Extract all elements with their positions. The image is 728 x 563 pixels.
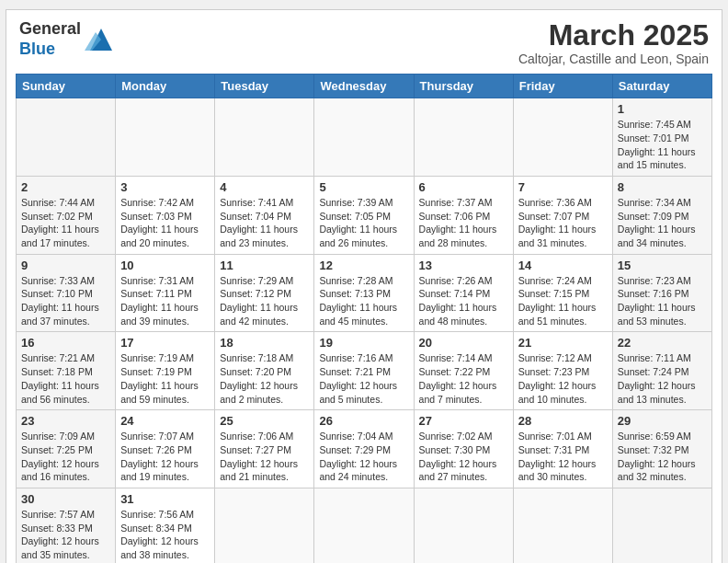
day-info: Sunrise: 7:56 AM Sunset: 8:34 PM Dayligh… bbox=[120, 508, 210, 562]
day-info: Sunrise: 7:07 AM Sunset: 7:26 PM Dayligh… bbox=[120, 430, 210, 484]
day-cell: 25Sunrise: 7:06 AM Sunset: 7:27 PM Dayli… bbox=[215, 410, 314, 488]
week-row-1: 1Sunrise: 7:45 AM Sunset: 7:01 PM Daylig… bbox=[17, 98, 712, 177]
weekday-monday: Monday bbox=[116, 75, 215, 98]
day-info: Sunrise: 7:31 AM Sunset: 7:11 PM Dayligh… bbox=[120, 274, 210, 328]
day-number: 25 bbox=[220, 414, 309, 428]
day-cell: 27Sunrise: 7:02 AM Sunset: 7:30 PM Dayli… bbox=[414, 410, 513, 488]
week-row-2: 2Sunrise: 7:44 AM Sunset: 7:02 PM Daylig… bbox=[17, 176, 712, 254]
day-number: 6 bbox=[419, 180, 508, 194]
day-info: Sunrise: 7:41 AM Sunset: 7:04 PM Dayligh… bbox=[220, 196, 309, 250]
day-cell: 10Sunrise: 7:31 AM Sunset: 7:11 PM Dayli… bbox=[116, 254, 215, 332]
day-number: 7 bbox=[518, 180, 608, 194]
day-number: 19 bbox=[319, 336, 408, 350]
day-number: 4 bbox=[220, 180, 309, 194]
day-cell bbox=[116, 98, 215, 177]
day-info: Sunrise: 7:42 AM Sunset: 7:03 PM Dayligh… bbox=[120, 196, 210, 250]
day-number: 13 bbox=[419, 259, 508, 272]
day-cell: 21Sunrise: 7:12 AM Sunset: 7:23 PM Dayli… bbox=[513, 332, 612, 410]
logo: General Blue bbox=[19, 19, 118, 59]
day-cell: 1Sunrise: 7:45 AM Sunset: 7:01 PM Daylig… bbox=[612, 98, 711, 177]
day-number: 26 bbox=[319, 414, 408, 428]
day-info: Sunrise: 7:21 AM Sunset: 7:18 PM Dayligh… bbox=[21, 351, 110, 406]
day-info: Sunrise: 7:26 AM Sunset: 7:14 PM Dayligh… bbox=[419, 274, 508, 328]
day-info: Sunrise: 7:34 AM Sunset: 7:09 PM Dayligh… bbox=[618, 196, 707, 250]
day-number: 17 bbox=[120, 336, 210, 350]
day-cell: 24Sunrise: 7:07 AM Sunset: 7:26 PM Dayli… bbox=[116, 410, 215, 488]
day-number: 15 bbox=[618, 259, 707, 272]
weekday-tuesday: Tuesday bbox=[215, 75, 314, 98]
day-number: 28 bbox=[518, 414, 608, 428]
day-cell bbox=[314, 488, 414, 563]
month-year: March 2025 bbox=[518, 19, 709, 52]
day-info: Sunrise: 7:18 AM Sunset: 7:20 PM Dayligh… bbox=[220, 351, 309, 406]
day-cell: 8Sunrise: 7:34 AM Sunset: 7:09 PM Daylig… bbox=[612, 176, 711, 254]
calendar-container: General Blue March 2025 Caltojar, Castil… bbox=[6, 9, 722, 563]
day-number: 20 bbox=[419, 336, 508, 350]
day-number: 21 bbox=[518, 336, 608, 350]
day-cell: 14Sunrise: 7:24 AM Sunset: 7:15 PM Dayli… bbox=[513, 254, 612, 332]
day-cell: 18Sunrise: 7:18 AM Sunset: 7:20 PM Dayli… bbox=[215, 332, 314, 410]
day-info: Sunrise: 7:44 AM Sunset: 7:02 PM Dayligh… bbox=[21, 196, 110, 250]
day-info: Sunrise: 7:23 AM Sunset: 7:16 PM Dayligh… bbox=[618, 274, 707, 328]
day-number: 29 bbox=[618, 414, 707, 428]
day-info: Sunrise: 7:02 AM Sunset: 7:30 PM Dayligh… bbox=[419, 430, 508, 484]
day-cell: 4Sunrise: 7:41 AM Sunset: 7:04 PM Daylig… bbox=[215, 176, 314, 254]
day-info: Sunrise: 7:14 AM Sunset: 7:22 PM Dayligh… bbox=[419, 351, 508, 406]
day-cell: 20Sunrise: 7:14 AM Sunset: 7:22 PM Dayli… bbox=[414, 332, 513, 410]
day-number: 22 bbox=[618, 336, 707, 350]
day-number: 9 bbox=[21, 259, 110, 272]
week-row-6: 30Sunrise: 7:57 AM Sunset: 8:33 PM Dayli… bbox=[17, 488, 712, 563]
day-cell: 30Sunrise: 7:57 AM Sunset: 8:33 PM Dayli… bbox=[17, 488, 116, 563]
day-cell: 26Sunrise: 7:04 AM Sunset: 7:29 PM Dayli… bbox=[314, 410, 414, 488]
day-number: 30 bbox=[21, 492, 110, 506]
day-cell: 15Sunrise: 7:23 AM Sunset: 7:16 PM Dayli… bbox=[612, 254, 711, 332]
day-info: Sunrise: 6:59 AM Sunset: 7:32 PM Dayligh… bbox=[618, 430, 707, 484]
day-info: Sunrise: 7:29 AM Sunset: 7:12 PM Dayligh… bbox=[220, 274, 309, 328]
day-cell: 17Sunrise: 7:19 AM Sunset: 7:19 PM Dayli… bbox=[116, 332, 215, 410]
day-number: 23 bbox=[21, 414, 110, 428]
week-row-5: 23Sunrise: 7:09 AM Sunset: 7:25 PM Dayli… bbox=[17, 410, 712, 488]
day-number: 12 bbox=[319, 259, 408, 272]
day-info: Sunrise: 7:12 AM Sunset: 7:23 PM Dayligh… bbox=[518, 351, 608, 406]
day-cell bbox=[612, 488, 711, 563]
day-info: Sunrise: 7:04 AM Sunset: 7:29 PM Dayligh… bbox=[319, 430, 408, 484]
day-info: Sunrise: 7:01 AM Sunset: 7:31 PM Dayligh… bbox=[518, 430, 608, 484]
day-info: Sunrise: 7:39 AM Sunset: 7:05 PM Dayligh… bbox=[319, 196, 408, 250]
day-cell: 9Sunrise: 7:33 AM Sunset: 7:10 PM Daylig… bbox=[17, 254, 116, 332]
day-info: Sunrise: 7:24 AM Sunset: 7:15 PM Dayligh… bbox=[518, 274, 608, 328]
day-cell: 31Sunrise: 7:56 AM Sunset: 8:34 PM Dayli… bbox=[116, 488, 215, 563]
weekday-thursday: Thursday bbox=[414, 75, 513, 98]
day-number: 18 bbox=[220, 336, 309, 350]
day-cell bbox=[314, 98, 414, 177]
day-cell: 29Sunrise: 6:59 AM Sunset: 7:32 PM Dayli… bbox=[612, 410, 711, 488]
day-number: 11 bbox=[220, 259, 309, 272]
day-number: 3 bbox=[120, 180, 210, 194]
day-info: Sunrise: 7:36 AM Sunset: 7:07 PM Dayligh… bbox=[518, 196, 608, 250]
day-cell bbox=[215, 98, 314, 177]
day-cell: 22Sunrise: 7:11 AM Sunset: 7:24 PM Dayli… bbox=[612, 332, 711, 410]
day-cell bbox=[414, 98, 513, 177]
day-info: Sunrise: 7:06 AM Sunset: 7:27 PM Dayligh… bbox=[220, 430, 309, 484]
day-cell: 12Sunrise: 7:28 AM Sunset: 7:13 PM Dayli… bbox=[314, 254, 414, 332]
weekday-header-row: SundayMondayTuesdayWednesdayThursdayFrid… bbox=[17, 75, 712, 98]
weekday-friday: Friday bbox=[513, 75, 612, 98]
day-info: Sunrise: 7:33 AM Sunset: 7:10 PM Dayligh… bbox=[21, 274, 110, 328]
weekday-wednesday: Wednesday bbox=[314, 75, 414, 98]
logo-text: General Blue bbox=[19, 19, 81, 59]
day-cell: 6Sunrise: 7:37 AM Sunset: 7:06 PM Daylig… bbox=[414, 176, 513, 254]
day-cell: 3Sunrise: 7:42 AM Sunset: 7:03 PM Daylig… bbox=[116, 176, 215, 254]
week-row-3: 9Sunrise: 7:33 AM Sunset: 7:10 PM Daylig… bbox=[17, 254, 712, 332]
week-row-4: 16Sunrise: 7:21 AM Sunset: 7:18 PM Dayli… bbox=[17, 332, 712, 410]
weekday-sunday: Sunday bbox=[17, 75, 116, 98]
day-number: 14 bbox=[518, 259, 608, 272]
day-cell: 5Sunrise: 7:39 AM Sunset: 7:05 PM Daylig… bbox=[314, 176, 414, 254]
day-number: 5 bbox=[319, 180, 408, 194]
title-area: March 2025 Caltojar, Castille and Leon, … bbox=[518, 19, 709, 66]
day-cell bbox=[513, 488, 612, 563]
location: Caltojar, Castille and Leon, Spain bbox=[518, 52, 709, 66]
day-cell: 16Sunrise: 7:21 AM Sunset: 7:18 PM Dayli… bbox=[17, 332, 116, 410]
day-number: 2 bbox=[21, 180, 110, 194]
day-number: 16 bbox=[21, 336, 110, 350]
day-cell bbox=[215, 488, 314, 563]
day-info: Sunrise: 7:19 AM Sunset: 7:19 PM Dayligh… bbox=[120, 351, 210, 406]
